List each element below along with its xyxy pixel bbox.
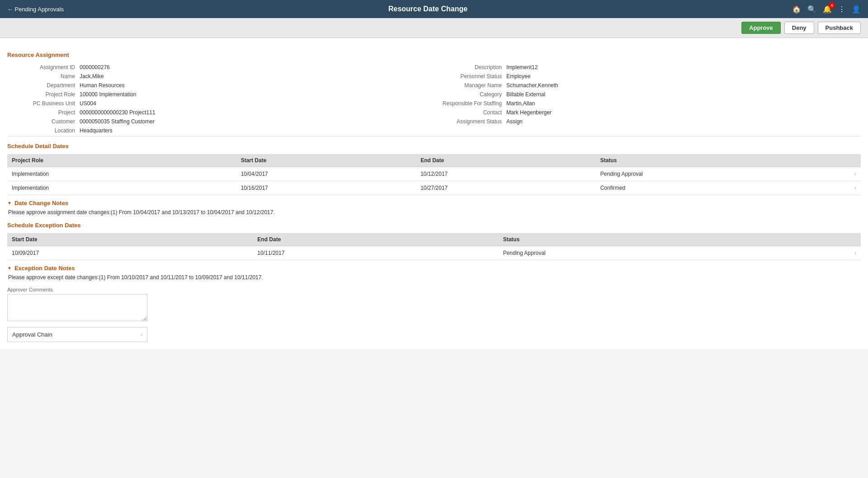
table-row[interactable]: Implementation 10/16/2017 10/27/2017 Con… [7, 181, 861, 195]
app-header: ← Pending Approvals Resource Date Change… [0, 0, 868, 18]
approval-chain-chevron: › [141, 331, 142, 338]
resource-field-row: NameJack,Mike [7, 72, 434, 81]
user-icon[interactable]: 👤 [852, 5, 861, 14]
field-label: Project Role [7, 91, 80, 98]
cell-status: Pending Approval › [596, 167, 861, 181]
cell-status: Confirmed › [596, 181, 861, 195]
date-change-notes-header[interactable]: ▼ Date Change Notes [7, 200, 861, 206]
field-value: Martin,Allan [506, 100, 535, 107]
exc-col-status: Status [499, 233, 861, 246]
row-chevron: › [854, 250, 856, 256]
search-icon[interactable]: 🔍 [807, 5, 816, 14]
home-icon[interactable]: 🏠 [792, 5, 801, 14]
resource-field-row: Customer0000050035 Staffing Customer [7, 117, 434, 126]
field-label: Description [434, 64, 506, 70]
field-value: Billable External [506, 91, 545, 98]
approver-comments-label: Approver Comments [7, 287, 861, 292]
resource-field-row: ContactMark Hegenberger [434, 108, 861, 117]
schedule-exception-body: 10/09/2017 10/11/2017 Pending Approval › [7, 246, 861, 260]
exception-date-note-text: Please approve except date changes:(1) F… [7, 274, 861, 281]
field-label: Customer [7, 118, 80, 125]
notification-badge: 4 [829, 2, 835, 9]
schedule-detail-body: Implementation 10/04/2017 10/12/2017 Pen… [7, 167, 861, 195]
approver-comments-section: Approver Comments [7, 287, 861, 323]
approval-chain-box[interactable]: Approval Chain › [7, 327, 147, 342]
deny-button[interactable]: Deny [784, 22, 814, 34]
resource-field-row: Personnel StatusEmployee [434, 72, 861, 81]
resource-field-row: LocationHeadquarters [7, 126, 434, 135]
schedule-exception-header: Start Date End Date Status [7, 233, 861, 246]
cell-end: 10/11/2017 [253, 246, 498, 260]
field-value: 0000000276 [80, 64, 110, 70]
exception-date-notes-header[interactable]: ▼ Exception Date Notes [7, 265, 861, 272]
date-change-title: Date Change Notes [14, 200, 68, 206]
table-row[interactable]: Implementation 10/04/2017 10/12/2017 Pen… [7, 167, 861, 181]
cell-role: Implementation [7, 181, 236, 195]
field-value: Implement12 [506, 64, 538, 70]
pushback-button[interactable]: Pushback [818, 22, 861, 34]
resource-field-row: Project0000000000000230 Project111 [7, 108, 434, 117]
field-value: 0000050035 Staffing Customer [80, 118, 155, 125]
resource-field-row: Project Role100000 Implementation [7, 90, 434, 99]
resource-right-fields: DescriptionImplement12Personnel StatusEm… [434, 63, 861, 135]
resource-field-row: DepartmentHuman Resources [7, 81, 434, 90]
field-label: Department [7, 82, 80, 89]
page-title: Resource Date Change [64, 5, 792, 13]
schedule-exception-title: Schedule Exception Dates [7, 222, 861, 229]
col-end-date: End Date [416, 154, 596, 167]
resource-assignment-title: Resource Assignment [7, 52, 861, 58]
cell-status: Pending Approval › [499, 246, 861, 260]
resource-left-fields: Assignment ID0000000276NameJack,MikeDepa… [7, 63, 434, 135]
resource-field-row: PC Business UnitUS004 [7, 99, 434, 108]
field-value: Mark Hegenberger [506, 109, 552, 116]
field-value: 100000 Implementation [80, 91, 136, 98]
schedule-detail-title: Schedule Detail Dates [7, 143, 861, 150]
cell-start: 10/04/2017 [236, 167, 416, 181]
field-label: Category [434, 91, 506, 98]
row-chevron: › [854, 185, 856, 191]
date-change-arrow: ▼ [7, 201, 12, 206]
field-label: Name [7, 73, 80, 80]
table-row[interactable]: 10/09/2017 10/11/2017 Pending Approval › [7, 246, 861, 260]
resource-field-row: CategoryBillable External [434, 90, 861, 99]
row-chevron: › [854, 171, 856, 177]
resource-field-row: Manager NameSchumacher,Kenneth [434, 81, 861, 90]
col-status: Status [596, 154, 861, 167]
field-value: 0000000000000230 Project111 [80, 109, 155, 116]
resource-assignment-grid: Assignment ID0000000276NameJack,MikeDepa… [7, 63, 861, 135]
approve-button[interactable]: Approve [741, 22, 781, 34]
field-label: PC Business Unit [7, 100, 80, 107]
schedule-detail-header: Project Role Start Date End Date Status [7, 154, 861, 167]
resource-field-row: DescriptionImplement12 [434, 63, 861, 72]
notifications-icon[interactable]: 🔔 4 [823, 5, 832, 14]
approval-chain-label: Approval Chain [12, 331, 52, 338]
exception-date-title: Exception Date Notes [14, 265, 75, 272]
field-value: Human Resources [80, 82, 124, 89]
field-label: Contact [434, 109, 506, 116]
header-icons: 🏠 🔍 🔔 4 ⋮ 👤 [792, 5, 861, 14]
date-change-note-text: Please approve assignment date changes:(… [7, 209, 861, 216]
field-label: Assignment Status [434, 118, 506, 125]
schedule-exception-table: Start Date End Date Status 10/09/2017 10… [7, 233, 861, 260]
resource-field-row: Assignment ID0000000276 [7, 63, 434, 72]
exc-col-end: End Date [253, 233, 498, 246]
field-label: Personnel Status [434, 73, 506, 80]
schedule-detail-table: Project Role Start Date End Date Status … [7, 154, 861, 195]
back-nav[interactable]: ← Pending Approvals [7, 6, 64, 13]
more-icon[interactable]: ⋮ [838, 5, 845, 14]
exc-col-start: Start Date [7, 233, 253, 246]
cell-start: 10/16/2017 [236, 181, 416, 195]
exception-date-arrow: ▼ [7, 266, 12, 271]
field-label: Manager Name [434, 82, 506, 89]
field-value: US004 [80, 100, 96, 107]
field-label: Location [7, 127, 80, 134]
back-label: ← Pending Approvals [7, 6, 64, 13]
cell-end: 10/27/2017 [416, 181, 596, 195]
field-label: Assignment ID [7, 64, 80, 70]
cell-start: 10/09/2017 [7, 246, 253, 260]
field-value: Headquarters [80, 127, 113, 134]
approver-comments-textarea[interactable] [7, 294, 147, 321]
field-value: Schumacher,Kenneth [506, 82, 558, 89]
action-toolbar: Approve Deny Pushback [0, 18, 868, 38]
field-value: Jack,Mike [80, 73, 104, 80]
